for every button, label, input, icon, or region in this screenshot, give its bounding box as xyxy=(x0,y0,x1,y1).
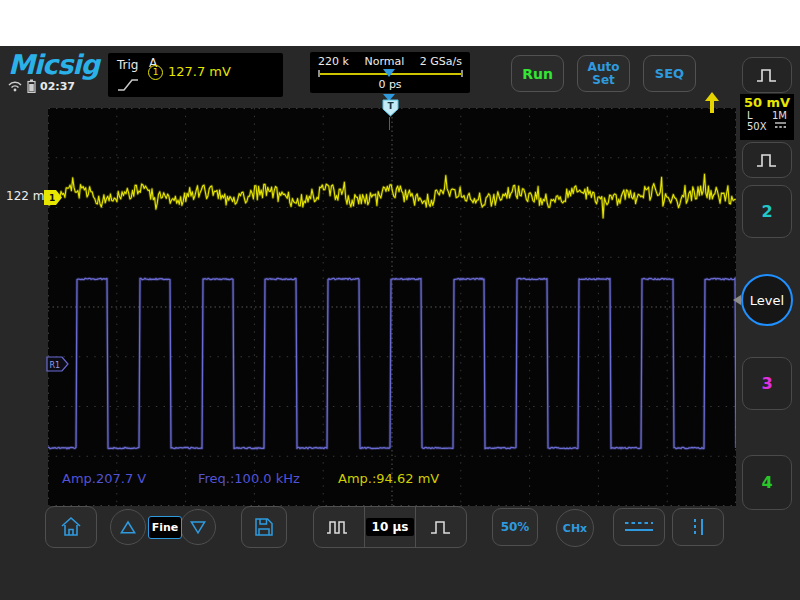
ch3-label: 3 xyxy=(761,374,772,393)
autoset-label-2: Set xyxy=(592,74,615,87)
chx-label: CHx xyxy=(563,522,587,535)
track-right-cap xyxy=(461,70,463,77)
svg-text:1: 1 xyxy=(49,193,55,203)
adjust-down-button[interactable] xyxy=(180,509,216,545)
timebase-label: 10 µs xyxy=(366,518,415,536)
trigger-time-line xyxy=(389,117,390,130)
waveform-display[interactable] xyxy=(48,108,736,506)
horizontal-cursor-icon xyxy=(622,518,656,536)
double-pulse-icon xyxy=(326,518,352,536)
ch1-waveform-button[interactable] xyxy=(742,57,792,93)
wifi-icon xyxy=(7,80,23,92)
home-button[interactable] xyxy=(45,506,97,548)
track-left-cap xyxy=(318,70,320,77)
sample-rate: 2 GSa/s xyxy=(420,55,462,68)
trigger-panel[interactable]: Trig A 1 127.7 mV xyxy=(108,53,283,97)
save-button[interactable] xyxy=(241,506,287,548)
ref-position-flag[interactable]: R1 xyxy=(46,356,70,372)
measurement-ch1-amplitude[interactable]: Amp.:94.62 mV xyxy=(338,471,439,486)
triangle-down-icon xyxy=(188,518,208,536)
ch1-probe: 50X xyxy=(747,121,767,132)
trigger-time-marker[interactable]: T xyxy=(382,99,399,117)
scope-screen: Micsig 02:37 Trig A 1 127.7 mV xyxy=(0,46,800,600)
seq-label: SEQ xyxy=(655,66,684,81)
status-bar: 02:37 xyxy=(7,78,75,94)
horizontal-cursor-button[interactable] xyxy=(613,508,665,546)
level-pointer-icon xyxy=(733,295,741,305)
rising-edge-icon xyxy=(116,77,140,93)
svg-text:T: T xyxy=(387,101,394,111)
level-knob-button[interactable]: Level xyxy=(741,274,793,326)
ch1-scale: 50 mV xyxy=(740,95,794,110)
ch1-coupling: L xyxy=(747,110,753,121)
trigger-source-badge: 1 xyxy=(148,65,163,80)
home-icon xyxy=(59,516,83,538)
triangle-up-icon xyxy=(118,518,138,536)
trigger-label: Trig xyxy=(117,58,138,72)
level-label: Level xyxy=(750,293,784,308)
vertical-cursor-icon xyxy=(686,517,710,537)
svg-text:R1: R1 xyxy=(50,361,61,370)
waveform-canvas xyxy=(48,108,736,506)
pulse-icon xyxy=(755,66,779,84)
memory-depth: 220 k xyxy=(318,55,349,68)
oscilloscope-app: Micsig 02:37 Trig A 1 127.7 mV xyxy=(0,0,800,600)
pulse-icon xyxy=(755,151,779,169)
run-button[interactable]: Run xyxy=(511,55,564,92)
measurement-ch2-amplitude[interactable]: Amp.207.7 V xyxy=(62,471,146,486)
ch3-button[interactable]: 3 xyxy=(742,357,792,410)
ch1-position-flag[interactable]: 1 xyxy=(44,190,63,205)
channel-select-button[interactable]: CHx xyxy=(556,509,594,547)
autoset-button[interactable]: Auto Set xyxy=(577,55,630,92)
trigger-delay-value: 0 ps xyxy=(310,78,470,91)
zoom-in-timebase-button[interactable] xyxy=(416,507,466,547)
seq-button[interactable]: SEQ xyxy=(643,55,696,92)
ch2-label: 2 xyxy=(761,202,772,221)
trigger-level-value: 127.7 mV xyxy=(168,64,231,79)
ch1-impedance: 1M xyxy=(772,110,787,121)
trigger-50-percent-button[interactable]: 50% xyxy=(492,508,538,546)
run-label: Run xyxy=(522,66,553,82)
single-pulse-icon xyxy=(429,518,453,536)
trigger-level-offscreen-arrow xyxy=(703,91,721,114)
dc-coupling-icon xyxy=(774,121,787,129)
ch4-button[interactable]: 4 xyxy=(742,455,792,510)
horizontal-position-thumb[interactable] xyxy=(383,69,395,77)
micsig-logo: Micsig xyxy=(8,49,99,80)
clock: 02:37 xyxy=(40,80,75,93)
ch1-trigger-button[interactable] xyxy=(742,142,792,178)
autoset-label-1: Auto xyxy=(588,61,620,74)
measurement-ch2-frequency[interactable]: Freq.:100.0 kHz xyxy=(198,471,300,486)
fine-mode-indicator[interactable]: Fine xyxy=(148,516,182,539)
timebase-group: 10 µs xyxy=(313,506,467,548)
fine-label: Fine xyxy=(152,521,179,534)
vertical-cursor-button[interactable] xyxy=(672,508,724,546)
ch1-settings-box[interactable]: 50 mV L 1M 50X xyxy=(740,94,794,140)
ch4-label: 4 xyxy=(761,473,772,492)
acquisition-panel[interactable]: 220 k Normal 2 GSa/s 0 ps xyxy=(310,52,470,93)
ch2-button[interactable]: 2 xyxy=(742,185,792,238)
zoom-out-timebase-button[interactable] xyxy=(314,507,364,547)
save-icon xyxy=(253,516,275,538)
timebase-value[interactable]: 10 µs xyxy=(365,507,415,547)
battery-icon xyxy=(27,79,36,93)
adjust-up-button[interactable] xyxy=(110,509,146,545)
acquire-mode: Normal xyxy=(364,55,404,68)
fifty-percent-label: 50% xyxy=(501,520,530,534)
